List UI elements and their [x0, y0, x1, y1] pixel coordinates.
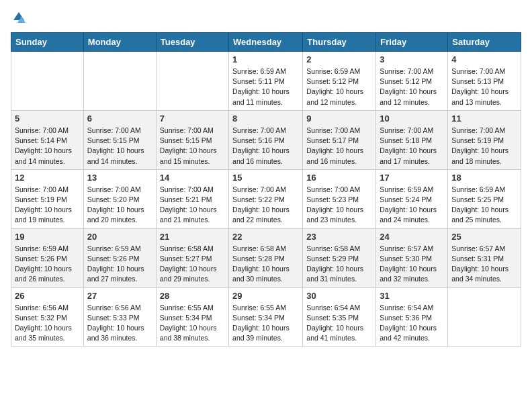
- day-info: Sunrise: 7:00 AM Sunset: 5:19 PM Dayligh…: [451, 126, 517, 167]
- calendar-cell: 20Sunrise: 6:59 AM Sunset: 5:26 PM Dayli…: [83, 228, 156, 287]
- day-number: 27: [87, 291, 152, 301]
- calendar-cell: 1Sunrise: 6:59 AM Sunset: 5:11 PM Daylig…: [229, 52, 303, 111]
- calendar-cell: 16Sunrise: 7:00 AM Sunset: 5:23 PM Dayli…: [303, 169, 376, 228]
- calendar-cell: 18Sunrise: 6:59 AM Sunset: 5:25 PM Dayli…: [448, 169, 521, 228]
- day-number: 3: [380, 54, 444, 64]
- day-number: 29: [232, 291, 299, 301]
- day-number: 19: [15, 232, 80, 242]
- day-info: Sunrise: 7:00 AM Sunset: 5:23 PM Dayligh…: [306, 185, 372, 226]
- calendar-cell: 31Sunrise: 6:54 AM Sunset: 5:36 PM Dayli…: [376, 287, 448, 347]
- calendar-cell: 15Sunrise: 7:00 AM Sunset: 5:22 PM Dayli…: [229, 169, 303, 228]
- calendar-cell: 28Sunrise: 6:55 AM Sunset: 5:34 PM Dayli…: [156, 287, 228, 347]
- calendar-cell: 19Sunrise: 6:59 AM Sunset: 5:26 PM Dayli…: [11, 228, 84, 287]
- day-number: 17: [380, 173, 444, 183]
- day-number: 23: [306, 232, 372, 242]
- calendar-week-4: 19Sunrise: 6:59 AM Sunset: 5:26 PM Dayli…: [11, 228, 521, 287]
- day-number: 2: [306, 54, 372, 64]
- calendar-cell: 25Sunrise: 6:57 AM Sunset: 5:31 PM Dayli…: [448, 228, 521, 287]
- calendar-cell: 29Sunrise: 6:55 AM Sunset: 5:34 PM Dayli…: [229, 287, 303, 347]
- calendar-cell: [83, 52, 156, 111]
- page-header: [11, 11, 521, 24]
- calendar-cell: 5Sunrise: 7:00 AM Sunset: 5:14 PM Daylig…: [11, 110, 84, 169]
- calendar-week-5: 26Sunrise: 6:56 AM Sunset: 5:32 PM Dayli…: [11, 287, 521, 347]
- day-number: 5: [15, 113, 80, 124]
- day-number: 9: [306, 113, 372, 124]
- day-number: 28: [160, 291, 225, 301]
- day-info: Sunrise: 7:00 AM Sunset: 5:13 PM Dayligh…: [451, 66, 517, 107]
- day-number: 7: [160, 113, 225, 124]
- day-number: 22: [232, 232, 299, 242]
- day-number: 13: [87, 173, 152, 183]
- day-info: Sunrise: 6:59 AM Sunset: 5:26 PM Dayligh…: [87, 244, 152, 285]
- day-number: 18: [451, 173, 517, 183]
- day-number: 16: [306, 173, 372, 183]
- weekday-header-row: SundayMondayTuesdayWednesdayThursdayFrid…: [11, 33, 521, 52]
- day-number: 25: [451, 232, 517, 242]
- calendar-cell: 23Sunrise: 6:58 AM Sunset: 5:29 PM Dayli…: [303, 228, 376, 287]
- calendar-cell: 14Sunrise: 7:00 AM Sunset: 5:21 PM Dayli…: [156, 169, 228, 228]
- calendar-cell: 13Sunrise: 7:00 AM Sunset: 5:20 PM Dayli…: [83, 169, 156, 228]
- day-number: 31: [380, 291, 444, 301]
- day-info: Sunrise: 7:00 AM Sunset: 5:14 PM Dayligh…: [15, 126, 80, 167]
- calendar-cell: [11, 52, 84, 111]
- day-info: Sunrise: 7:00 AM Sunset: 5:22 PM Dayligh…: [232, 185, 299, 226]
- day-info: Sunrise: 7:00 AM Sunset: 5:21 PM Dayligh…: [160, 185, 225, 226]
- logo: [11, 11, 27, 24]
- calendar-cell: 17Sunrise: 6:59 AM Sunset: 5:24 PM Dayli…: [376, 169, 448, 228]
- weekday-monday: Monday: [83, 33, 156, 52]
- calendar-cell: [448, 287, 521, 347]
- day-info: Sunrise: 7:00 AM Sunset: 5:18 PM Dayligh…: [380, 126, 444, 167]
- day-info: Sunrise: 6:59 AM Sunset: 5:25 PM Dayligh…: [451, 185, 517, 226]
- day-number: 10: [380, 113, 444, 124]
- day-number: 20: [87, 232, 152, 242]
- calendar-cell: [156, 52, 228, 111]
- day-number: 11: [451, 113, 517, 124]
- day-info: Sunrise: 6:59 AM Sunset: 5:26 PM Dayligh…: [15, 244, 80, 285]
- calendar-cell: 3Sunrise: 7:00 AM Sunset: 5:12 PM Daylig…: [376, 52, 448, 111]
- day-info: Sunrise: 6:54 AM Sunset: 5:35 PM Dayligh…: [306, 303, 372, 344]
- calendar-cell: 26Sunrise: 6:56 AM Sunset: 5:32 PM Dayli…: [11, 287, 84, 347]
- weekday-thursday: Thursday: [303, 33, 376, 52]
- day-info: Sunrise: 7:00 AM Sunset: 5:16 PM Dayligh…: [232, 126, 299, 167]
- calendar-cell: 9Sunrise: 7:00 AM Sunset: 5:17 PM Daylig…: [303, 110, 376, 169]
- day-number: 6: [87, 113, 152, 124]
- weekday-tuesday: Tuesday: [156, 33, 228, 52]
- day-number: 8: [232, 113, 299, 124]
- day-number: 24: [380, 232, 444, 242]
- day-info: Sunrise: 6:58 AM Sunset: 5:28 PM Dayligh…: [232, 244, 299, 285]
- day-info: Sunrise: 6:59 AM Sunset: 5:12 PM Dayligh…: [306, 66, 372, 107]
- calendar-cell: 21Sunrise: 6:58 AM Sunset: 5:27 PM Dayli…: [156, 228, 228, 287]
- day-info: Sunrise: 7:00 AM Sunset: 5:20 PM Dayligh…: [87, 185, 152, 226]
- day-info: Sunrise: 6:57 AM Sunset: 5:31 PM Dayligh…: [451, 244, 517, 285]
- day-info: Sunrise: 6:58 AM Sunset: 5:29 PM Dayligh…: [306, 244, 372, 285]
- calendar-week-2: 5Sunrise: 7:00 AM Sunset: 5:14 PM Daylig…: [11, 110, 521, 169]
- calendar-cell: 30Sunrise: 6:54 AM Sunset: 5:35 PM Dayli…: [303, 287, 376, 347]
- weekday-sunday: Sunday: [11, 33, 84, 52]
- calendar-cell: 22Sunrise: 6:58 AM Sunset: 5:28 PM Dayli…: [229, 228, 303, 287]
- day-info: Sunrise: 6:56 AM Sunset: 5:33 PM Dayligh…: [87, 303, 152, 344]
- weekday-friday: Friday: [376, 33, 448, 52]
- calendar-cell: 12Sunrise: 7:00 AM Sunset: 5:19 PM Dayli…: [11, 169, 84, 228]
- day-info: Sunrise: 6:59 AM Sunset: 5:24 PM Dayligh…: [380, 185, 444, 226]
- day-info: Sunrise: 6:59 AM Sunset: 5:11 PM Dayligh…: [232, 66, 299, 107]
- calendar-cell: 4Sunrise: 7:00 AM Sunset: 5:13 PM Daylig…: [448, 52, 521, 111]
- logo-icon: [12, 11, 26, 24]
- calendar-cell: 24Sunrise: 6:57 AM Sunset: 5:30 PM Dayli…: [376, 228, 448, 287]
- calendar-cell: 8Sunrise: 7:00 AM Sunset: 5:16 PM Daylig…: [229, 110, 303, 169]
- weekday-wednesday: Wednesday: [229, 33, 303, 52]
- day-number: 1: [232, 54, 299, 64]
- day-number: 15: [232, 173, 299, 183]
- calendar-cell: 11Sunrise: 7:00 AM Sunset: 5:19 PM Dayli…: [448, 110, 521, 169]
- weekday-saturday: Saturday: [448, 33, 521, 52]
- day-info: Sunrise: 7:00 AM Sunset: 5:19 PM Dayligh…: [15, 185, 80, 226]
- calendar-table: SundayMondayTuesdayWednesdayThursdayFrid…: [11, 32, 521, 347]
- calendar-cell: 6Sunrise: 7:00 AM Sunset: 5:15 PM Daylig…: [83, 110, 156, 169]
- day-info: Sunrise: 7:00 AM Sunset: 5:17 PM Dayligh…: [306, 126, 372, 167]
- calendar-week-1: 1Sunrise: 6:59 AM Sunset: 5:11 PM Daylig…: [11, 52, 521, 111]
- day-info: Sunrise: 6:58 AM Sunset: 5:27 PM Dayligh…: [160, 244, 225, 285]
- calendar-cell: 7Sunrise: 7:00 AM Sunset: 5:15 PM Daylig…: [156, 110, 228, 169]
- day-number: 4: [451, 54, 517, 64]
- day-info: Sunrise: 7:00 AM Sunset: 5:15 PM Dayligh…: [160, 126, 225, 167]
- day-number: 26: [15, 291, 80, 301]
- day-info: Sunrise: 7:00 AM Sunset: 5:12 PM Dayligh…: [380, 66, 444, 107]
